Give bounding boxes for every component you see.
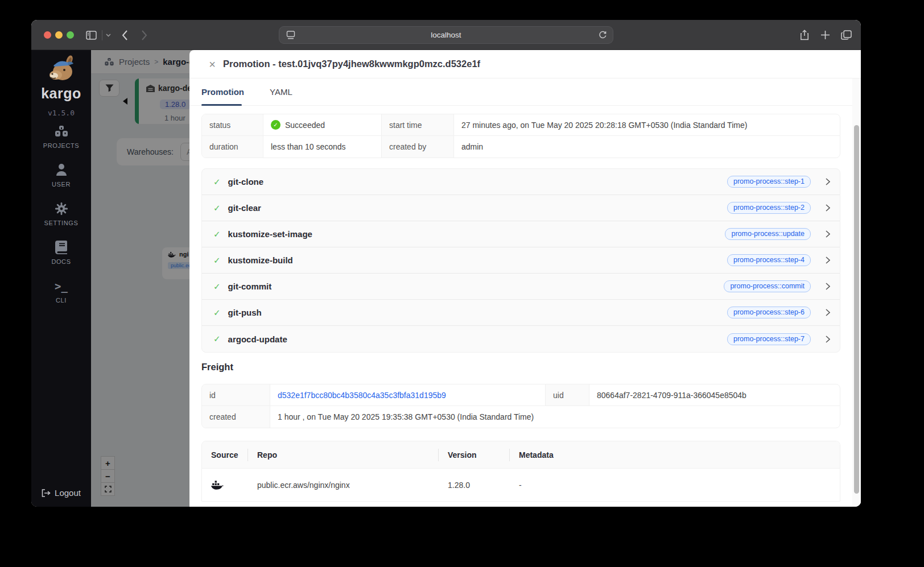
sidebar-item-user[interactable]: USER (31, 163, 91, 188)
chevron-right-icon (826, 283, 830, 290)
artifact-metadata: - (510, 481, 840, 490)
artifact-repo: public.ecr.aws/nginx/nginx (248, 481, 439, 490)
promotion-modal: × Promotion - test.01jvq37py4jhew8kwwmkg… (189, 50, 861, 507)
tab-overview-icon[interactable] (838, 20, 854, 50)
modal-tabbar: Promotion YAML (189, 78, 861, 106)
logo-text: kargo (31, 85, 91, 102)
status-label: status (202, 114, 263, 136)
created-by-value: admin (454, 136, 840, 158)
start-time-label: start time (382, 114, 454, 136)
step-badge: promo-process::step-6 (727, 307, 811, 318)
app-area: kargo v1.5.0 PROJECTS (31, 50, 861, 507)
col-source: Source (202, 441, 248, 469)
step-badge: promo-process::step-7 (727, 333, 811, 345)
kargo-logo[interactable]: kargo v1.5.0 (31, 55, 91, 117)
docker-whale-icon (211, 480, 224, 490)
freight-id-link[interactable]: d532e1f7bcc80bc4b3580c4a35c3fbfa31d195b9 (278, 391, 446, 400)
sidebar-item-label: CLI (31, 297, 91, 304)
step-check-icon: ✓ (213, 334, 221, 344)
step-check-icon: ✓ (213, 177, 221, 187)
step-check-icon: ✓ (213, 255, 221, 266)
step-row-git-clone[interactable]: ✓ git-clone promo-process::step-1 (202, 169, 840, 195)
chevron-right-icon (826, 178, 830, 185)
maximize-window-button[interactable] (67, 31, 74, 39)
minimize-window-button[interactable] (55, 31, 63, 39)
sidebar-item-settings[interactable]: SETTINGS (31, 201, 91, 226)
address-bar[interactable]: localhost (279, 26, 613, 44)
step-row-git-clear[interactable]: ✓ git-clear promo-process::step-2 (202, 195, 840, 221)
freight-id-value: d532e1f7bcc80bc4b3580c4a35c3fbfa31d195b9 (270, 384, 546, 406)
step-badge: promo-process::update (725, 228, 811, 240)
freight-uid-label: uid (546, 384, 589, 406)
step-check-icon: ✓ (213, 229, 221, 239)
modal-scrollbar-thumb[interactable] (854, 125, 859, 494)
step-check-icon: ✓ (213, 203, 221, 213)
forward-button[interactable] (137, 20, 151, 50)
chevron-right-icon (826, 336, 830, 343)
step-row-kustomize-set-image[interactable]: ✓ kustomize-set-image promo-process::upd… (202, 221, 840, 247)
step-check-icon: ✓ (213, 308, 221, 318)
chevron-right-icon (826, 204, 830, 212)
url-text: localhost (279, 31, 613, 39)
freight-heading: Freight (201, 362, 849, 373)
logout-button[interactable]: Logout (31, 488, 91, 498)
logout-label: Logout (55, 488, 81, 498)
close-window-button[interactable] (44, 31, 51, 39)
app-sidebar: kargo v1.5.0 PROJECTS (31, 50, 91, 507)
browser-window: localhost (31, 20, 861, 507)
step-badge: promo-process::step-2 (727, 202, 811, 214)
artifact-version: 1.28.0 (439, 481, 510, 490)
sidebar-item-docs[interactable]: DOCS (31, 240, 91, 265)
artifacts-header-row: Source Repo Version Metadata (202, 441, 840, 469)
tab-promotion[interactable]: Promotion (201, 87, 244, 97)
chevron-right-icon (826, 230, 830, 238)
book-icon (31, 240, 91, 255)
duration-value: less than 10 seconds (263, 136, 382, 158)
freight-created-label: created (202, 406, 270, 428)
step-badge: promo-process::step-1 (727, 176, 811, 188)
chevron-down-icon[interactable] (103, 20, 113, 50)
sidebar-toggle-icon[interactable] (84, 20, 98, 50)
promotion-steps-list: ✓ git-clone promo-process::step-1 ✓ git-… (201, 168, 840, 353)
chevron-right-icon (826, 256, 830, 264)
share-icon[interactable] (797, 20, 812, 50)
status-value: ✓ Succeeded (263, 114, 382, 136)
freight-id-label: id (202, 384, 270, 406)
projects-icon (31, 124, 91, 139)
sidebar-item-label: SETTINGS (31, 220, 91, 226)
chevron-right-icon (826, 309, 830, 316)
sidebar-item-label: DOCS (31, 258, 91, 265)
artifact-row: public.ecr.aws/nginx/nginx 1.28.0 - (202, 469, 840, 501)
duration-label: duration (202, 136, 263, 158)
close-icon[interactable]: × (204, 50, 221, 78)
new-tab-icon[interactable] (818, 20, 832, 50)
modal-header: × Promotion - test.01jvq37py4jhew8kwwmkg… (189, 50, 861, 78)
freight-details-table: id d532e1f7bcc80bc4b3580c4a35c3fbfa31d19… (201, 384, 840, 428)
sidebar-item-projects[interactable]: PROJECTS (31, 124, 91, 149)
step-row-argocd-update[interactable]: ✓ argocd-update promo-process::step-7 (202, 326, 840, 352)
step-row-kustomize-build[interactable]: ✓ kustomize-build promo-process::step-4 (202, 247, 840, 274)
freight-artifacts-table: Source Repo Version Metadata (201, 441, 840, 502)
col-version: Version (439, 441, 510, 469)
success-check-icon: ✓ (271, 120, 280, 130)
gear-icon (31, 201, 91, 216)
back-button[interactable] (118, 20, 131, 50)
user-icon (31, 163, 91, 177)
created-by-label: created by (382, 136, 454, 158)
artifact-source-icon-cell (202, 480, 248, 490)
step-row-git-push[interactable]: ✓ git-push promo-process::step-6 (202, 300, 840, 326)
modal-scrollbar-track[interactable] (852, 78, 861, 507)
step-check-icon: ✓ (213, 282, 221, 292)
freight-created-value: 1 hour , on Tue May 20 2025 19:35:38 GMT… (270, 406, 840, 428)
reload-icon[interactable] (599, 31, 607, 39)
step-badge: promo-process::step-4 (727, 254, 811, 266)
logout-icon (42, 489, 51, 497)
step-badge: promo-process::commit (724, 280, 811, 292)
sidebar-item-cli[interactable]: >_ CLI (31, 279, 91, 304)
page-settings-icon[interactable] (286, 31, 295, 39)
start-time-value: 27 minutes ago, on Tue May 20 2025 20:28… (454, 114, 840, 136)
browser-titlebar: localhost (31, 20, 861, 50)
col-metadata: Metadata (510, 441, 840, 469)
tab-yaml[interactable]: YAML (270, 87, 292, 97)
step-row-git-commit[interactable]: ✓ git-commit promo-process::commit (202, 274, 840, 300)
